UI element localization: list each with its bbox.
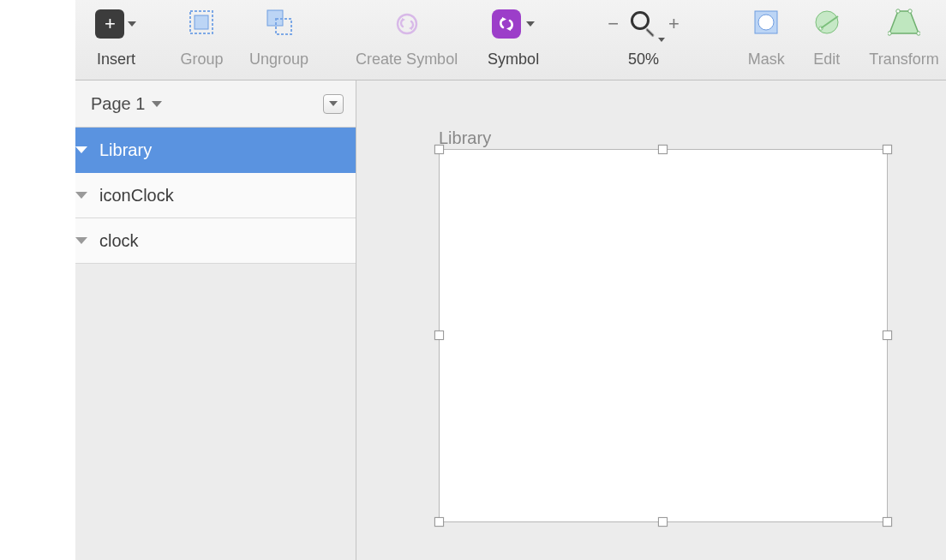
- layers-panel: Page 1 Library iconClock clo: [75, 80, 356, 560]
- selection-handle-br[interactable]: [883, 517, 892, 527]
- svg-marker-6: [409, 27, 412, 30]
- group-tool[interactable]: Group: [175, 0, 229, 80]
- chevron-down-icon: [128, 21, 136, 27]
- create-symbol-label: Create Symbol: [356, 51, 458, 69]
- chevron-down-icon: [152, 101, 162, 107]
- layer-name: iconClock: [99, 186, 174, 206]
- insert-tool[interactable]: + Insert: [91, 0, 141, 80]
- selection-handle-bl[interactable]: [434, 517, 444, 527]
- create-symbol-tool[interactable]: Create Symbol: [348, 0, 465, 80]
- transform-tool[interactable]: Transform: [862, 0, 946, 80]
- chevron-down-icon: [658, 38, 665, 42]
- svg-point-16: [908, 9, 912, 13]
- zoom-level-label: 50%: [628, 51, 659, 69]
- artboard[interactable]: [439, 149, 888, 522]
- svg-marker-14: [889, 11, 919, 33]
- app: + Insert Group: [0, 0, 946, 560]
- group-icon: [187, 8, 216, 40]
- mask-tool[interactable]: Mask: [741, 0, 792, 80]
- disclosure-triangle-icon[interactable]: [75, 146, 87, 153]
- layer-row-clock[interactable]: clock: [75, 218, 356, 264]
- insert-plus-icon: +: [95, 9, 124, 39]
- disclosure-triangle-icon[interactable]: [75, 192, 87, 199]
- edit-tool[interactable]: Edit: [806, 0, 847, 80]
- svg-point-18: [888, 32, 891, 35]
- layers-list: Library iconClock clock: [75, 128, 356, 560]
- symbol-icon: [492, 9, 521, 39]
- svg-point-17: [917, 32, 920, 35]
- svg-point-11: [816, 11, 838, 33]
- selection-handle-bm[interactable]: [658, 517, 668, 527]
- transform-label: Transform: [869, 51, 938, 69]
- selection-handle-mr[interactable]: [883, 331, 892, 340]
- symbol-label: Symbol: [488, 51, 539, 69]
- canvas[interactable]: Library: [356, 80, 946, 560]
- mask-icon: [751, 8, 781, 40]
- selection-handle-tl[interactable]: [434, 145, 444, 154]
- content-row: Page 1 Library iconClock clo: [75, 80, 946, 560]
- transform-icon: [888, 8, 920, 40]
- selection-handle-tr[interactable]: [883, 145, 892, 154]
- disclosure-triangle-icon[interactable]: [75, 237, 87, 244]
- insert-label: Insert: [97, 51, 135, 69]
- selection-handle-ml[interactable]: [434, 331, 444, 340]
- svg-marker-7: [502, 17, 506, 21]
- layer-row-iconclock[interactable]: iconClock: [75, 173, 356, 218]
- layer-name: clock: [99, 231, 139, 251]
- collapse-pages-button[interactable]: [323, 94, 344, 114]
- layer-row-library[interactable]: Library: [75, 128, 356, 173]
- ungroup-label: Ungroup: [249, 51, 308, 69]
- create-symbol-icon: [392, 9, 422, 39]
- magnifier-icon[interactable]: [631, 11, 656, 37]
- layer-name: Library: [99, 140, 152, 160]
- edit-icon: [812, 8, 841, 40]
- page-selector[interactable]: Page 1: [75, 80, 356, 128]
- svg-marker-8: [506, 27, 511, 31]
- chevron-down-icon: [526, 21, 535, 27]
- svg-point-15: [896, 9, 900, 13]
- zoom-in-icon[interactable]: +: [668, 13, 680, 35]
- zoom-tool[interactable]: − + 50%: [596, 0, 691, 80]
- page-name: Page 1: [91, 94, 145, 114]
- mask-label: Mask: [748, 51, 785, 69]
- symbol-tool[interactable]: Symbol: [481, 0, 546, 80]
- selection-handle-tm[interactable]: [658, 145, 668, 154]
- group-label: Group: [180, 51, 223, 69]
- toolbar: + Insert Group: [75, 0, 946, 80]
- chevron-down-icon: [329, 101, 338, 106]
- edit-label: Edit: [813, 51, 840, 69]
- ungroup-tool[interactable]: Ungroup: [243, 0, 314, 80]
- zoom-out-icon[interactable]: −: [608, 13, 619, 35]
- svg-rect-1: [195, 15, 208, 29]
- left-gutter: [0, 0, 75, 560]
- artboard-label[interactable]: Library: [439, 128, 491, 148]
- svg-point-10: [758, 15, 774, 30]
- svg-marker-5: [402, 18, 405, 21]
- ungroup-icon: [265, 8, 294, 40]
